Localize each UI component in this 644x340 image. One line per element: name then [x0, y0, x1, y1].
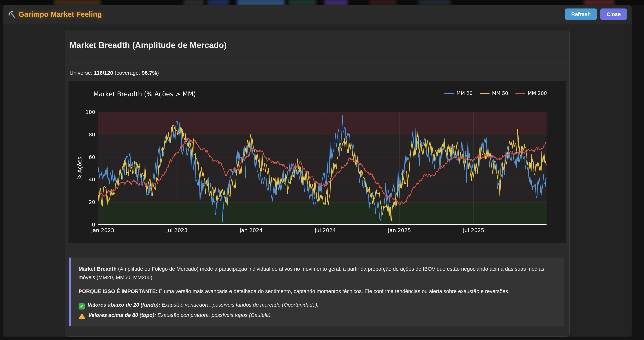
- backdrop-tile: [207, 0, 229, 5]
- overbought-zone: [98, 112, 546, 135]
- importance-term: PORQUE ISSO É IMPORTANTE:: [78, 288, 158, 294]
- universe-value: 116/120: [94, 70, 113, 76]
- y-tick-label: 40: [79, 177, 95, 183]
- backdrop-tile: [237, 0, 285, 5]
- coverage-value: 96.7%: [142, 70, 157, 76]
- backdrop-tile: [324, 0, 348, 5]
- legend-label: MM 200: [528, 90, 547, 96]
- y-tick-label: 80: [79, 131, 95, 138]
- chart-title: Market Breadth (% Ações > MM): [93, 90, 196, 98]
- backdrop-tile: [584, 0, 614, 5]
- bullet-text: Exaustão vendedora, possíveis fundos de …: [160, 302, 318, 308]
- importance-paragraph: PORQUE ISSO É IMPORTANTE: É uma versão m…: [78, 287, 556, 296]
- legend-item: MM 50: [480, 90, 508, 96]
- screen: Garimpo Market Feeling Refresh Close Mar…: [0, 0, 644, 340]
- legend-label: MM 20: [456, 90, 473, 96]
- coverage-label: (coverage:: [114, 70, 140, 76]
- market-feeling-modal: Garimpo Market Feeling Refresh Close Mar…: [3, 5, 632, 336]
- threshold-bullets: ✓Valores abaixo de 20 (fundo): Exaustão …: [78, 301, 556, 319]
- plot-area: [98, 112, 546, 225]
- threshold-bullet: ✓Valores abaixo de 20 (fundo): Exaustão …: [78, 301, 556, 309]
- universe-label: Universe:: [70, 70, 92, 76]
- explanation-text: (Amplitude ou Fôlego de Mercado) mede a …: [78, 266, 544, 280]
- bullet-text: Exaustão compradora, possíveis topos (Ca…: [156, 312, 272, 318]
- y-tick-label: 20: [79, 199, 95, 206]
- universe-summary: Universe: 116/120 (coverage: 96.7%): [70, 70, 159, 76]
- backdrop-tile: [184, 0, 204, 5]
- pickaxe-icon: [8, 10, 16, 19]
- explanation-box: Market Breadth (Amplitude ou Fôlego de M…: [69, 258, 564, 326]
- legend-line-swatch: [515, 93, 525, 94]
- y-tick-label: 100: [79, 109, 95, 115]
- page-behind-modal: [0, 0, 644, 5]
- legend-item: MM 200: [515, 90, 547, 96]
- card-title: Market Breadth (Amplitude de Mercado): [70, 40, 227, 50]
- bullet-term: Valores abaixo de 20 (fundo):: [88, 302, 160, 308]
- x-tick-label: Jan 2025: [382, 227, 416, 233]
- chart-legend: MM 20MM 50MM 200: [444, 90, 547, 96]
- x-tick-label: Jan 2024: [234, 227, 268, 233]
- x-tick-label: Jan 2023: [86, 227, 120, 233]
- x-tick-label: Jul 2025: [456, 227, 491, 233]
- x-tick-label: Jul 2024: [308, 227, 342, 233]
- y-tick-label: 60: [79, 154, 95, 161]
- importance-text: É uma versão mais avançada e detalhada d…: [158, 288, 510, 294]
- backdrop-tile: [370, 0, 396, 5]
- market-breadth-card: Market Breadth (Amplitude de Mercado) Un…: [65, 30, 570, 336]
- modal-header: Garimpo Market Feeling Refresh Close: [3, 5, 632, 24]
- backdrop-tile: [288, 0, 316, 5]
- legend-line-swatch: [480, 93, 490, 94]
- threshold-bullet: !Valores acima de 80 (topo): Exaustão co…: [78, 311, 556, 319]
- legend-item: MM 20: [444, 90, 473, 96]
- explanation-term: Market Breadth: [78, 266, 116, 272]
- x-tick-label: Jul 2023: [160, 227, 194, 233]
- backdrop-tile: [418, 0, 450, 5]
- check-icon: ✓: [78, 303, 85, 309]
- app-title: Garimpo Market Feeling: [18, 10, 102, 19]
- explanation-paragraph: Market Breadth (Amplitude ou Fôlego de M…: [78, 265, 556, 282]
- refresh-button[interactable]: Refresh: [565, 9, 597, 20]
- backdrop-tile: [54, 0, 101, 5]
- legend-label: MM 50: [492, 90, 508, 96]
- oversold-zone: [98, 202, 546, 225]
- close-button[interactable]: Close: [600, 9, 627, 20]
- bullet-term: Valores acima de 80 (topo):: [88, 312, 156, 318]
- market-breadth-chart: Market Breadth (% Ações > MM) MM 20MM 50…: [68, 81, 566, 243]
- coverage-paren: ): [157, 70, 159, 76]
- warning-icon: !: [78, 313, 86, 319]
- legend-line-swatch: [444, 93, 454, 94]
